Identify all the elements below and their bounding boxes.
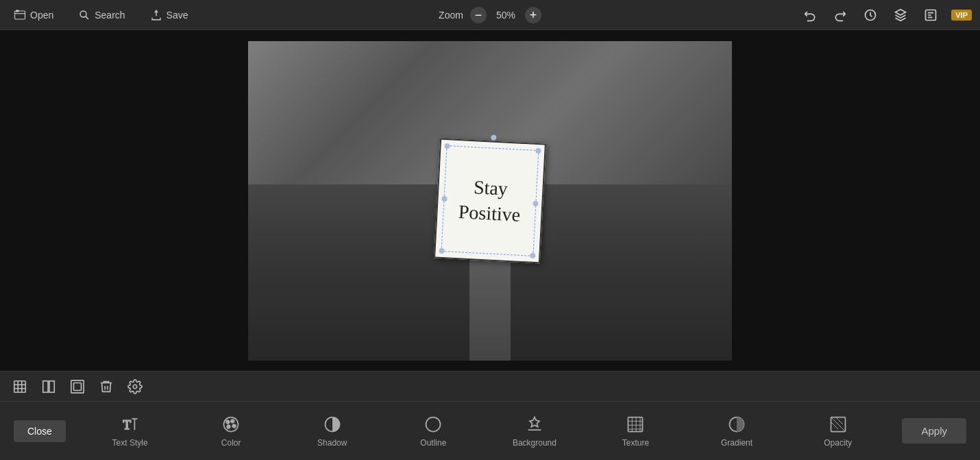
- redo-button[interactable]: [831, 5, 850, 25]
- language-button[interactable]: [921, 5, 940, 25]
- tab-shadow-label: Shadow: [317, 438, 347, 448]
- zoom-control: Zoom − 50% +: [439, 7, 541, 23]
- tab-opacity[interactable]: Opacity: [787, 402, 889, 460]
- svg-point-20: [426, 417, 441, 431]
- zoom-in-button[interactable]: +: [525, 7, 541, 23]
- text-line2: Positive: [458, 200, 521, 225]
- handle-bot-left[interactable]: [439, 247, 444, 253]
- text-line1: Stay: [473, 176, 508, 199]
- save-label: Save: [167, 10, 188, 21]
- tab-shadow[interactable]: Shadow: [282, 402, 383, 460]
- zoom-out-button[interactable]: −: [470, 7, 487, 23]
- history-button[interactable]: [861, 5, 880, 25]
- search-button[interactable]: Search: [73, 6, 130, 24]
- bottom-panel: Close T Text Style Color: [0, 401, 980, 460]
- svg-point-12: [133, 385, 137, 389]
- svg-point-17: [232, 424, 236, 428]
- element-toolbar: [0, 371, 980, 401]
- handle-top-left[interactable]: [444, 143, 450, 148]
- frame-button[interactable]: [66, 375, 89, 398]
- top-toolbar: Open Search Save Zoom − 50% +: [0, 0, 980, 30]
- tab-color[interactable]: Color: [180, 402, 282, 460]
- svg-rect-0: [15, 11, 25, 19]
- handle-mid-right[interactable]: [532, 200, 538, 206]
- tab-opacity-label: Opacity: [824, 438, 852, 448]
- tab-outline[interactable]: Outline: [383, 402, 485, 460]
- search-label: Search: [95, 10, 125, 21]
- tab-outline-label: Outline: [420, 438, 446, 448]
- tab-gradient[interactable]: Gradient: [686, 402, 787, 460]
- svg-point-14: [224, 417, 238, 431]
- zoom-label: Zoom: [439, 10, 463, 21]
- tab-gradient-label: Gradient: [721, 438, 752, 448]
- tab-text-style[interactable]: T Text Style: [79, 402, 181, 460]
- tab-background[interactable]: Background: [484, 402, 585, 460]
- close-btn-area: Close: [0, 402, 79, 460]
- svg-rect-1: [16, 10, 19, 12]
- svg-point-2: [80, 11, 86, 17]
- tab-background-label: Background: [513, 438, 556, 448]
- apply-button[interactable]: Apply: [902, 418, 966, 444]
- svg-point-15: [226, 420, 230, 424]
- handle-mid-left[interactable]: [441, 195, 447, 201]
- svg-text:T: T: [123, 417, 131, 432]
- svg-rect-10: [71, 380, 84, 392]
- apply-btn-area: Apply: [888, 402, 980, 460]
- zoom-value: 50%: [493, 10, 518, 21]
- canvas-image[interactable]: Stay Positive: [248, 41, 732, 361]
- layers-button[interactable]: [891, 5, 910, 25]
- handle-top-right[interactable]: [535, 147, 541, 153]
- svg-point-16: [231, 420, 234, 423]
- tab-text-style-label: Text Style: [112, 438, 148, 448]
- tab-color-label: Color: [221, 438, 241, 448]
- close-button[interactable]: Close: [14, 420, 66, 442]
- sign-container[interactable]: Stay Positive: [437, 141, 543, 261]
- page-icon-button[interactable]: [8, 375, 32, 398]
- open-label: Open: [30, 10, 53, 21]
- tool-tabs: T Text Style Color Shadow: [79, 402, 889, 460]
- open-button[interactable]: Open: [8, 6, 59, 24]
- sign-text: Stay Positive: [458, 174, 522, 227]
- svg-rect-7: [14, 380, 26, 392]
- save-button[interactable]: Save: [145, 6, 194, 24]
- svg-rect-11: [74, 383, 82, 390]
- svg-rect-9: [49, 380, 54, 392]
- undo-button[interactable]: [800, 5, 820, 25]
- tab-texture-label: Texture: [622, 438, 649, 448]
- svg-rect-8: [43, 380, 48, 392]
- handle-bot-right[interactable]: [530, 252, 535, 258]
- svg-line-3: [86, 16, 88, 19]
- svg-point-18: [227, 425, 230, 428]
- canvas-area: Stay Positive: [0, 30, 980, 371]
- vip-badge[interactable]: VIP: [951, 10, 972, 21]
- sign[interactable]: Stay Positive: [434, 138, 546, 263]
- settings-button[interactable]: [123, 375, 147, 398]
- trim-button[interactable]: [37, 375, 60, 398]
- tab-texture[interactable]: Texture: [585, 402, 687, 460]
- delete-button[interactable]: [95, 375, 118, 398]
